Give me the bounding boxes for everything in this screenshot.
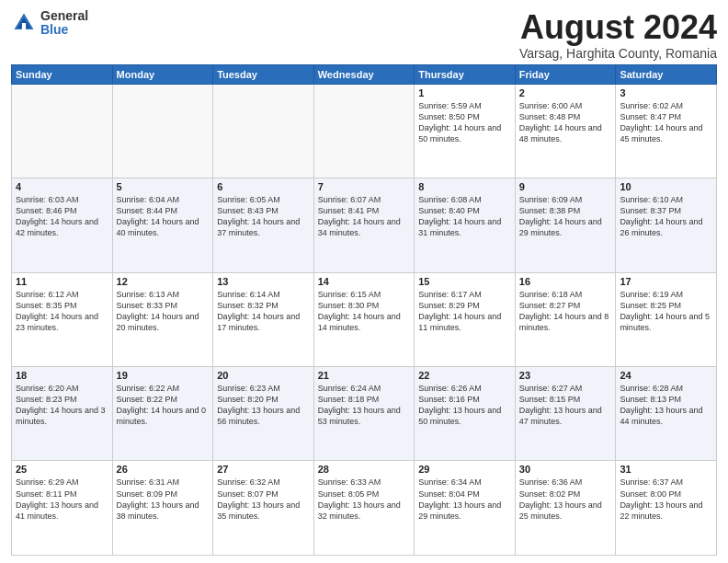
month-title: August 2024 — [519, 9, 717, 46]
day-number: 6 — [217, 181, 310, 192]
day-number: 28 — [318, 464, 411, 475]
day-cell: 27Sunrise: 6:32 AM Sunset: 8:07 PM Dayli… — [213, 461, 314, 556]
calendar-table: SundayMondayTuesdayWednesdayThursdayFrid… — [11, 64, 717, 556]
day-info: Sunrise: 6:36 AM Sunset: 8:02 PM Dayligh… — [519, 477, 602, 520]
day-number: 11 — [16, 276, 108, 287]
day-info: Sunrise: 6:10 AM Sunset: 8:37 PM Dayligh… — [620, 195, 702, 237]
logo-general-text: General — [40, 9, 88, 23]
day-cell — [213, 84, 314, 178]
day-cell: 17Sunrise: 6:19 AM Sunset: 8:25 PM Dayli… — [616, 272, 717, 366]
day-cell: 6Sunrise: 6:05 AM Sunset: 8:43 PM Daylig… — [213, 178, 314, 272]
header-cell-friday: Friday — [515, 64, 616, 84]
day-cell: 19Sunrise: 6:22 AM Sunset: 8:22 PM Dayli… — [112, 367, 213, 461]
day-info: Sunrise: 5:59 AM Sunset: 8:50 PM Dayligh… — [418, 101, 501, 144]
week-row-4: 25Sunrise: 6:29 AM Sunset: 8:11 PM Dayli… — [12, 461, 717, 556]
day-cell: 5Sunrise: 6:04 AM Sunset: 8:44 PM Daylig… — [112, 178, 213, 272]
day-cell: 24Sunrise: 6:28 AM Sunset: 8:13 PM Dayli… — [616, 367, 717, 461]
header-cell-sunday: Sunday — [12, 64, 113, 84]
day-number: 16 — [519, 276, 612, 287]
day-number: 25 — [16, 464, 108, 475]
day-cell: 18Sunrise: 6:20 AM Sunset: 8:23 PM Dayli… — [12, 367, 113, 461]
page: General Blue August 2024 Varsag, Harghit… — [0, 0, 728, 563]
day-cell: 26Sunrise: 6:31 AM Sunset: 8:09 PM Dayli… — [112, 461, 213, 556]
day-number: 2 — [519, 87, 612, 98]
day-cell — [112, 84, 213, 178]
day-info: Sunrise: 6:14 AM Sunset: 8:32 PM Dayligh… — [217, 290, 300, 332]
day-cell: 12Sunrise: 6:13 AM Sunset: 8:33 PM Dayli… — [112, 272, 213, 366]
day-number: 18 — [16, 370, 108, 381]
day-cell: 14Sunrise: 6:15 AM Sunset: 8:30 PM Dayli… — [313, 272, 415, 366]
day-number: 27 — [217, 464, 310, 475]
day-number: 13 — [217, 276, 310, 287]
day-cell — [313, 84, 415, 178]
day-info: Sunrise: 6:02 AM Sunset: 8:47 PM Dayligh… — [620, 101, 702, 144]
day-cell: 8Sunrise: 6:08 AM Sunset: 8:40 PM Daylig… — [415, 178, 516, 272]
day-info: Sunrise: 6:26 AM Sunset: 8:16 PM Dayligh… — [418, 384, 501, 426]
day-number: 15 — [418, 276, 511, 287]
day-info: Sunrise: 6:34 AM Sunset: 8:04 PM Dayligh… — [418, 477, 501, 520]
day-number: 9 — [519, 181, 612, 192]
day-number: 30 — [519, 464, 612, 475]
day-number: 1 — [418, 87, 511, 98]
day-cell: 25Sunrise: 6:29 AM Sunset: 8:11 PM Dayli… — [12, 461, 113, 556]
day-cell: 16Sunrise: 6:18 AM Sunset: 8:27 PM Dayli… — [515, 272, 616, 366]
header-cell-saturday: Saturday — [616, 64, 717, 84]
location: Varsag, Harghita County, Romania — [519, 46, 717, 61]
week-row-2: 11Sunrise: 6:12 AM Sunset: 8:35 PM Dayli… — [12, 272, 717, 366]
day-number: 7 — [318, 181, 411, 192]
day-number: 14 — [318, 276, 411, 287]
header-cell-tuesday: Tuesday — [213, 64, 314, 84]
top-section: General Blue August 2024 Varsag, Harghit… — [11, 9, 717, 61]
day-cell: 28Sunrise: 6:33 AM Sunset: 8:05 PM Dayli… — [313, 461, 415, 556]
day-info: Sunrise: 6:31 AM Sunset: 8:09 PM Dayligh… — [117, 477, 199, 520]
day-info: Sunrise: 6:19 AM Sunset: 8:25 PM Dayligh… — [620, 290, 710, 332]
day-cell: 23Sunrise: 6:27 AM Sunset: 8:15 PM Dayli… — [515, 367, 616, 461]
day-cell: 30Sunrise: 6:36 AM Sunset: 8:02 PM Dayli… — [515, 461, 616, 556]
day-info: Sunrise: 6:32 AM Sunset: 8:07 PM Dayligh… — [217, 477, 300, 520]
logo: General Blue — [11, 9, 88, 38]
day-number: 12 — [117, 276, 210, 287]
day-cell: 10Sunrise: 6:10 AM Sunset: 8:37 PM Dayli… — [616, 178, 717, 272]
day-info: Sunrise: 6:15 AM Sunset: 8:30 PM Dayligh… — [318, 290, 401, 332]
day-number: 22 — [418, 370, 511, 381]
day-info: Sunrise: 6:03 AM Sunset: 8:46 PM Dayligh… — [16, 195, 98, 237]
day-info: Sunrise: 6:29 AM Sunset: 8:11 PM Dayligh… — [16, 477, 98, 520]
day-info: Sunrise: 6:12 AM Sunset: 8:35 PM Dayligh… — [16, 290, 98, 332]
day-number: 19 — [117, 370, 210, 381]
day-cell: 3Sunrise: 6:02 AM Sunset: 8:47 PM Daylig… — [616, 84, 717, 178]
day-cell: 22Sunrise: 6:26 AM Sunset: 8:16 PM Dayli… — [415, 367, 516, 461]
day-cell: 11Sunrise: 6:12 AM Sunset: 8:35 PM Dayli… — [12, 272, 113, 366]
day-cell: 20Sunrise: 6:23 AM Sunset: 8:20 PM Dayli… — [213, 367, 314, 461]
day-info: Sunrise: 6:04 AM Sunset: 8:44 PM Dayligh… — [117, 195, 199, 237]
day-info: Sunrise: 6:37 AM Sunset: 8:00 PM Dayligh… — [620, 477, 702, 520]
day-info: Sunrise: 6:20 AM Sunset: 8:23 PM Dayligh… — [16, 384, 106, 426]
day-info: Sunrise: 6:22 AM Sunset: 8:22 PM Dayligh… — [117, 384, 207, 426]
header-cell-thursday: Thursday — [415, 64, 516, 84]
day-info: Sunrise: 6:18 AM Sunset: 8:27 PM Dayligh… — [519, 290, 609, 332]
logo-text: General Blue — [40, 9, 88, 38]
logo-icon — [11, 10, 37, 36]
week-row-3: 18Sunrise: 6:20 AM Sunset: 8:23 PM Dayli… — [12, 367, 717, 461]
day-number: 4 — [16, 181, 108, 192]
svg-rect-2 — [22, 23, 26, 29]
day-info: Sunrise: 6:08 AM Sunset: 8:40 PM Dayligh… — [418, 195, 501, 237]
day-number: 26 — [117, 464, 210, 475]
day-cell: 31Sunrise: 6:37 AM Sunset: 8:00 PM Dayli… — [616, 461, 717, 556]
day-info: Sunrise: 6:23 AM Sunset: 8:20 PM Dayligh… — [217, 384, 300, 426]
day-info: Sunrise: 6:05 AM Sunset: 8:43 PM Dayligh… — [217, 195, 300, 237]
day-info: Sunrise: 6:00 AM Sunset: 8:48 PM Dayligh… — [519, 101, 602, 144]
day-number: 3 — [620, 87, 712, 98]
day-cell: 1Sunrise: 5:59 AM Sunset: 8:50 PM Daylig… — [415, 84, 516, 178]
day-cell — [12, 84, 113, 178]
day-info: Sunrise: 6:07 AM Sunset: 8:41 PM Dayligh… — [318, 195, 401, 237]
week-row-0: 1Sunrise: 5:59 AM Sunset: 8:50 PM Daylig… — [12, 84, 717, 178]
day-number: 5 — [117, 181, 210, 192]
day-info: Sunrise: 6:24 AM Sunset: 8:18 PM Dayligh… — [318, 384, 401, 426]
day-number: 10 — [620, 181, 712, 192]
day-number: 8 — [418, 181, 511, 192]
day-info: Sunrise: 6:09 AM Sunset: 8:38 PM Dayligh… — [519, 195, 602, 237]
day-cell: 21Sunrise: 6:24 AM Sunset: 8:18 PM Dayli… — [313, 367, 415, 461]
day-cell: 29Sunrise: 6:34 AM Sunset: 8:04 PM Dayli… — [415, 461, 516, 556]
day-cell: 7Sunrise: 6:07 AM Sunset: 8:41 PM Daylig… — [313, 178, 415, 272]
header-cell-wednesday: Wednesday — [313, 64, 415, 84]
